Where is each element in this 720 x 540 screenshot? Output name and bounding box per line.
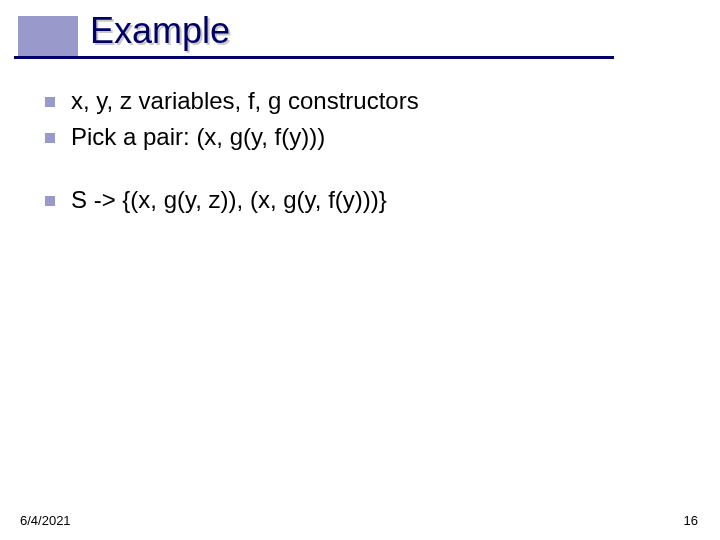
bullet-text: S -> {(x, g(y, z)), (x, g(y, f(y)))} (71, 184, 685, 216)
bullet-item: S -> {(x, g(y, z)), (x, g(y, f(y)))} (45, 184, 685, 216)
bullet-item: x, y, z variables, f, g constructors (45, 85, 685, 117)
slide-title: Example (90, 10, 230, 52)
title-underline (14, 56, 614, 59)
slide: Example x, y, z variables, f, g construc… (0, 0, 720, 540)
bullet-square-icon (45, 196, 55, 206)
title-area: Example (0, 10, 720, 70)
footer-date: 6/4/2021 (20, 513, 71, 528)
body-area: x, y, z variables, f, g constructors Pic… (45, 85, 685, 220)
bullet-text: x, y, z variables, f, g constructors (71, 85, 685, 117)
bullet-square-icon (45, 133, 55, 143)
bullet-text: Pick a pair: (x, g(y, f(y))) (71, 121, 685, 153)
footer-page-number: 16 (684, 513, 698, 528)
bullet-item: Pick a pair: (x, g(y, f(y))) (45, 121, 685, 153)
bullet-square-icon (45, 97, 55, 107)
title-accent-box (18, 16, 78, 56)
